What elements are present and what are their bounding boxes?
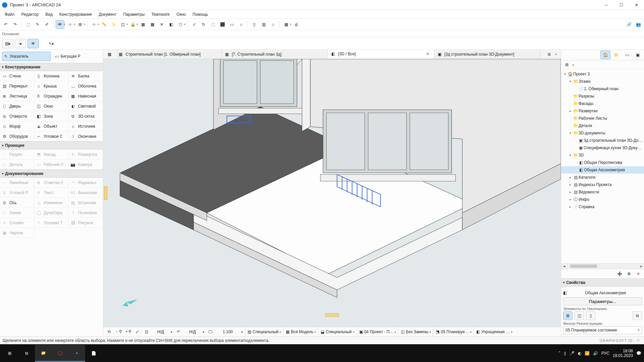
tree-twisty[interactable]: ▸ — [568, 205, 573, 208]
nav-item[interactable]: ▸❔Справка — [561, 203, 644, 210]
tool-балка[interactable]: ≋Балка — [69, 71, 103, 81]
tool-3[interactable]: ✕ — [157, 20, 166, 29]
explorer-task[interactable]: 📁 — [35, 345, 52, 362]
tree-twisty[interactable]: ▸ — [568, 176, 573, 179]
quick-option-combo[interactable]: ⬓Специальный▸ — [318, 327, 357, 336]
tool-3d-сетка[interactable]: ⧉3D-сетка — [69, 111, 103, 121]
tree-twisty[interactable]: ▸ — [568, 198, 573, 201]
tool-11[interactable]: ⌂ — [237, 20, 246, 29]
screen-icon[interactable]: 🖵 — [207, 328, 214, 336]
marquee-tool[interactable]: ▭ Бегущая Р — [53, 52, 101, 61]
tool-источник[interactable]: ☼Источник — [69, 121, 103, 131]
tab-close-icon[interactable]: ✕ — [425, 52, 431, 56]
tree-twisty[interactable]: ▸ — [568, 183, 573, 186]
history-back-icon[interactable]: ↶ — [175, 328, 182, 336]
quick-option-combo[interactable]: ▣04 Проект - П…▸ — [357, 327, 399, 336]
nav-item[interactable]: ▸▤Ведомости — [561, 188, 644, 196]
system-clock[interactable]: 18:08 19.01.2023 — [613, 349, 633, 358]
undo-button[interactable]: ↶ — [1, 20, 10, 29]
default-el-3[interactable]: ▯ — [586, 311, 595, 320]
tray-mic-icon[interactable]: 🎤 — [570, 351, 575, 356]
quick-option-combo[interactable]: ⬔05 Планируе…▸ — [433, 327, 474, 336]
maximize-button[interactable]: ☐ — [614, 0, 629, 10]
view-tab[interactable]: ▦Строительный план [1. Обмерный план] — [115, 50, 222, 59]
nav-item[interactable]: 📄1. Обмерный план — [561, 85, 644, 93]
menu-редактор[interactable]: Редактор — [18, 10, 42, 18]
view-tab[interactable]: ▣[3д строительный план 3D-Документ] — [434, 50, 541, 59]
tool-8[interactable]: ⬚ — [209, 20, 217, 29]
ruler-button[interactable]: 📏 — [100, 20, 108, 29]
nav-tab-project[interactable]: 🏠 — [600, 51, 610, 59]
nav-item[interactable]: ◧Общая Аксонометрия — [561, 166, 644, 174]
nav-item[interactable]: ▾🏠Проект 3 — [561, 70, 644, 78]
menu-документ[interactable]: Документ — [95, 10, 120, 18]
tool-14[interactable]: ⌂ — [269, 20, 277, 29]
tool-6[interactable]: ⤢ — [190, 20, 199, 29]
zoom-out-icon[interactable]: －⚲ — [115, 328, 122, 336]
menu-помощь[interactable]: Помощь — [189, 10, 211, 18]
field-nd1[interactable]: Н/Д — [152, 329, 169, 334]
tree-twisty[interactable]: ▸ — [568, 190, 573, 194]
tool-5[interactable]: ⬡ — [176, 20, 185, 29]
tool-9[interactable]: ⬛ — [218, 20, 227, 29]
nav-item[interactable]: ▾📁3D-документы — [561, 129, 644, 137]
nav-item[interactable]: 📁Разрезы — [561, 93, 644, 100]
menu-вид[interactable]: Вид — [42, 10, 56, 18]
nav-item[interactable]: ▾📁Этажи — [561, 78, 644, 85]
tool-морф[interactable]: ◇Морф — [0, 121, 34, 131]
orbit-icon[interactable]: ⟲ — [105, 328, 113, 336]
tray-network-icon[interactable]: 📶 — [585, 351, 590, 356]
favorite-1[interactable]: ▤▸ — [2, 39, 13, 48]
nav-mode-button[interactable]: ⊞ — [562, 60, 571, 69]
nav-tab-layouts[interactable]: ▭ — [622, 51, 632, 59]
guide-mode-button[interactable]: ⊞ — [76, 20, 85, 29]
scale-field[interactable]: 1:100 — [216, 329, 239, 334]
tool-угловое с[interactable]: ⌐Угловое С — [34, 131, 68, 141]
nav-settings-button[interactable]: ⚙ — [625, 270, 633, 278]
tool-стена[interactable]: ▭Стена — [0, 71, 34, 81]
quick-option-combo[interactable]: ▦Вся Модель▸ — [283, 327, 318, 336]
params-button[interactable]: Параметры... — [563, 297, 642, 305]
tray-expand-icon[interactable]: ˄ — [558, 351, 560, 356]
tool-дверь[interactable]: ⎕Дверь — [0, 101, 34, 111]
magic-wand-button[interactable]: ✨ — [109, 20, 118, 29]
view-tab[interactable]: ◧[3D / Все]✕ — [328, 50, 434, 59]
minimize-button[interactable]: ─ — [599, 0, 614, 10]
redo-button[interactable]: ↷ — [11, 20, 19, 29]
tool-ось[interactable]: ⊙Ось — [0, 198, 34, 208]
pointer-tool[interactable]: ↖ Указатель — [2, 52, 51, 61]
nav-item[interactable]: ▾📁3D — [561, 152, 644, 159]
tool-2[interactable]: ▩ — [148, 20, 157, 29]
tray-icon-2[interactable]: ◐ — [578, 351, 581, 356]
favorite-2[interactable]: ▫▸ — [15, 39, 26, 48]
tray-lang[interactable]: РУС — [601, 351, 609, 356]
favorite-cursor[interactable]: ↖▸ — [46, 39, 57, 48]
snap-mode-button[interactable]: ⊹ — [66, 20, 74, 29]
menu-окно[interactable]: Окно — [173, 10, 189, 18]
notifications-icon[interactable]: 💬 — [636, 351, 641, 356]
lock-button[interactable]: 🔒 — [128, 20, 137, 29]
quick-option-combo[interactable]: ▤Специальный▸ — [245, 327, 283, 336]
tool-15[interactable]: ▦ — [282, 20, 290, 29]
view-tab[interactable]: ▦[7. Строительный план 3д] — [222, 50, 328, 59]
zoom-sel-icon[interactable]: ⊡ — [143, 328, 150, 336]
tool-13[interactable]: ▥ — [259, 20, 268, 29]
tree-twisty[interactable]: ▾ — [568, 154, 573, 157]
tool-зона[interactable]: ◧Зона — [34, 111, 68, 121]
tool-объект[interactable]: ⬙Объект — [34, 121, 68, 131]
tool-10[interactable]: ▭ — [227, 20, 236, 29]
default-el-1[interactable]: ⊞ — [563, 311, 573, 320]
section-document[interactable]: ▾Документирование — [0, 170, 103, 178]
reconstruction-filter-combo[interactable]: 05 Планируемое состояние ▾ — [563, 326, 642, 334]
nav-item[interactable]: ▸▤Индексы Проекта — [561, 181, 644, 188]
tree-twisty[interactable]: ▸ — [568, 109, 573, 113]
close-button[interactable]: ✕ — [629, 0, 644, 10]
zoom-fit-icon[interactable]: ⤢ — [133, 328, 141, 336]
quick-option-combo[interactable]: ◫Без Замены▸ — [398, 327, 433, 336]
acrobat-task[interactable]: 📄 — [85, 345, 102, 362]
nav-tab-publisher[interactable]: ▣ — [633, 51, 643, 59]
tab-layout-toggle[interactable]: ⧉ — [545, 50, 554, 59]
field-nd2[interactable]: Н/Д — [184, 329, 201, 334]
nav-item[interactable]: ◧Общая Перспектива — [561, 159, 644, 166]
tool-окончани[interactable]: ⎍Окончани — [69, 131, 103, 141]
